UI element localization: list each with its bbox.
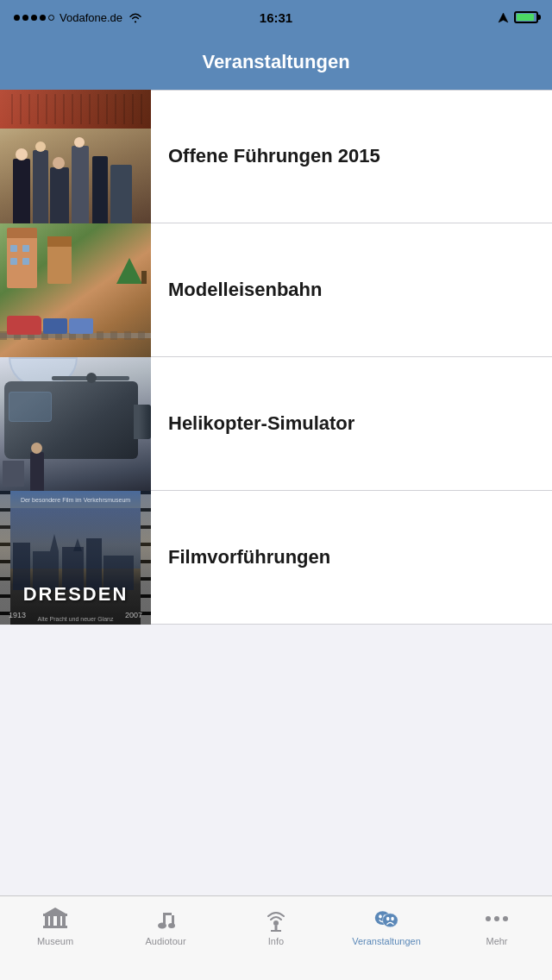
item-image-fuehrungen bbox=[0, 90, 151, 223]
page-title: Veranstaltungen bbox=[202, 51, 349, 73]
poster-title: DRESDEN bbox=[0, 583, 151, 606]
svg-rect-14 bbox=[271, 930, 281, 932]
tab-icon-museum bbox=[41, 905, 69, 933]
svg-rect-0 bbox=[45, 915, 48, 926]
svg-point-21 bbox=[486, 916, 491, 921]
signal-dot-5 bbox=[48, 15, 54, 21]
battery-indicator bbox=[514, 11, 538, 23]
status-time: 16:31 bbox=[260, 10, 292, 25]
svg-point-16 bbox=[379, 914, 382, 918]
status-bar: Vodafone.de 16:31 bbox=[0, 0, 552, 35]
svg-rect-1 bbox=[50, 915, 53, 926]
list-item-modelleisenbahn[interactable]: Modelleisenbahn bbox=[0, 223, 552, 357]
museum-icon bbox=[42, 906, 68, 932]
tab-icon-veranstaltungen bbox=[373, 905, 400, 933]
info-broadcast-icon bbox=[263, 906, 289, 932]
content-area: Offene Führungen 2015 Modelle bbox=[0, 90, 552, 895]
tab-bar: Museum Audiotour bbox=[0, 895, 552, 980]
signal-dot-1 bbox=[14, 15, 20, 21]
poster-subtitle: Alte Pracht und neuer Glanz bbox=[0, 616, 151, 625]
item-label-fuehrungen: Offene Führungen 2015 bbox=[151, 144, 552, 169]
list-item-helikopter[interactable]: Helikopter-Simulator bbox=[0, 357, 552, 491]
audiotour-icon bbox=[153, 906, 179, 932]
wifi-icon bbox=[128, 11, 143, 23]
svg-point-12 bbox=[273, 920, 279, 926]
tab-icon-mehr bbox=[483, 905, 511, 933]
item-label-helikopter: Helikopter-Simulator bbox=[151, 411, 552, 437]
tab-label-mehr: Mehr bbox=[486, 936, 507, 946]
svg-rect-3 bbox=[62, 915, 66, 926]
svg-point-11 bbox=[168, 923, 175, 928]
tab-label-audiotour: Audiotour bbox=[145, 936, 185, 946]
item-label-modelleisenbahn: Modelleisenbahn bbox=[151, 278, 552, 303]
signal-dots bbox=[14, 15, 54, 21]
svg-point-9 bbox=[158, 923, 166, 929]
svg-marker-5 bbox=[43, 908, 67, 914]
tab-item-info[interactable]: Info bbox=[221, 903, 331, 946]
tab-item-mehr[interactable]: Mehr bbox=[442, 903, 552, 946]
tab-label-info: Info bbox=[268, 936, 284, 946]
tab-item-veranstaltungen[interactable]: Veranstaltungen bbox=[331, 903, 442, 946]
tab-item-audiotour[interactable]: Audiotour bbox=[110, 903, 221, 946]
carrier-label: Vodafone.de bbox=[60, 11, 122, 24]
svg-point-18 bbox=[383, 914, 398, 927]
svg-point-22 bbox=[494, 916, 499, 921]
battery-fill bbox=[517, 14, 534, 21]
item-label-filmvorfuehrungen: Filmvorführungen bbox=[151, 545, 552, 570]
svg-rect-2 bbox=[57, 915, 60, 926]
svg-point-19 bbox=[386, 917, 390, 920]
signal-dot-3 bbox=[31, 15, 37, 21]
nav-header: Veranstaltungen bbox=[0, 35, 552, 90]
signal-dot-4 bbox=[40, 15, 46, 21]
svg-rect-4 bbox=[43, 926, 67, 928]
tab-label-museum: Museum bbox=[37, 936, 73, 946]
mehr-dots-icon bbox=[484, 906, 510, 932]
status-left: Vodafone.de bbox=[14, 11, 143, 24]
tab-label-veranstaltungen: Veranstaltungen bbox=[352, 936, 421, 946]
item-image-modelleisenbahn bbox=[0, 223, 151, 357]
veranstaltungen-icon bbox=[373, 906, 399, 932]
svg-point-23 bbox=[503, 916, 508, 921]
location-icon bbox=[498, 12, 509, 23]
list-item-filmvorfuehrungen[interactable]: Der besondere Film im Verkehrsmuseum DRE… bbox=[0, 491, 552, 625]
tab-icon-audiotour bbox=[152, 905, 179, 933]
signal-dot-2 bbox=[22, 15, 28, 21]
status-right bbox=[498, 11, 538, 23]
list-item-fuehrungen[interactable]: Offene Führungen 2015 bbox=[0, 90, 552, 223]
tab-item-museum[interactable]: Museum bbox=[0, 903, 110, 946]
tab-icon-info bbox=[262, 905, 290, 933]
poster-top-text: Der besondere Film im Verkehrsmuseum bbox=[0, 496, 151, 504]
item-image-filmvorfuehrungen: Der besondere Film im Verkehrsmuseum DRE… bbox=[0, 491, 151, 625]
svg-rect-6 bbox=[43, 914, 67, 916]
item-image-helikopter bbox=[0, 357, 151, 491]
svg-point-20 bbox=[391, 917, 394, 920]
svg-rect-8 bbox=[163, 913, 172, 915]
